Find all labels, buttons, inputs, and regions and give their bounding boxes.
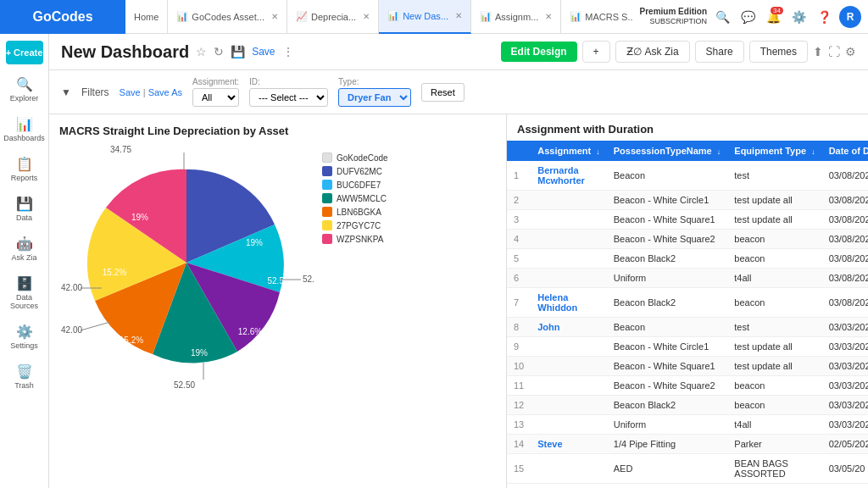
layout: + Create 🔍 Explorer 📊 Dashboards 📋 Repor… [0,34,868,488]
gocodes-tab-label: GoCodes Asset... [192,12,264,22]
legend-item-3: AWW5MCLC [322,193,388,203]
row-date-3: 03/08/202 [822,230,868,249]
row-date-13: 02/05/202 [822,435,868,454]
col-assignment-sort[interactable]: ↓ [596,147,600,156]
nav-right: Premium Edition SUBSCRIPTION 🔍 💬 🔔 34 ⚙️… [633,6,868,28]
table-wrapper[interactable]: Assignment ↓ PossessionTypeName ↓ Equipm… [507,141,868,488]
refresh-icon[interactable]: ↻ [214,45,224,58]
search-icon-btn[interactable]: 🔍 [712,7,732,27]
themes-button[interactable]: Themes [749,41,808,63]
svg-text:19%: 19% [246,238,263,247]
table-row[interactable]: 9Beacon - White Circle1test update all03… [507,337,868,357]
tab3-close[interactable]: ✕ [455,11,462,20]
tab-macrs[interactable]: 📊 MACRS S... ✕ [561,0,632,34]
table-row[interactable]: 11Beacon - White Square2beacon03/03/202 [507,376,868,396]
tab-assign[interactable]: 📊 Assignm... ✕ [471,0,561,34]
gear-icon[interactable]: ⚙ [845,45,856,58]
save-button-text[interactable]: Save [252,46,275,58]
table-row[interactable]: 13Uniformt4all03/03/202 [507,415,868,435]
plus-button[interactable]: + [582,41,610,63]
row-assignment-14 [531,454,607,484]
table-row[interactable]: 10Beacon - White Square1test update all0… [507,357,868,376]
row-equipment-6: beacon [727,288,821,318]
col-equipment-sort[interactable]: ↓ [811,147,815,156]
edit-design-button[interactable]: Edit Design [501,42,577,62]
chat-icon-btn[interactable]: 💬 [737,7,758,27]
sidebar-item-trash[interactable]: 🗑️ Trash [3,358,47,395]
table-row[interactable]: 12Beacon Black2beacon03/03/202 [507,396,868,415]
table-row[interactable]: 15AEDBEAN BAGS ASSORTED03/05/20 [507,454,868,484]
col-date[interactable]: Date of D [822,141,868,161]
more-options-icon[interactable]: ⋮ [282,45,294,58]
row-num-4: 5 [507,249,531,269]
filter-saveas-link[interactable]: Save As [148,87,182,97]
table-row[interactable]: 2Beacon - White Circle1test update all03… [507,191,868,210]
legend-label-6: WZPSNKPA [337,235,383,244]
tab-newdash[interactable]: 📊 New Das... ✕ [379,0,471,34]
tab-deprecia[interactable]: 📈 Deprecia... ✕ [287,0,379,34]
help-icon-btn[interactable]: ❓ [814,7,834,27]
svg-text:12.6%: 12.6% [238,327,262,336]
row-possession-8: Beacon - White Circle1 [607,337,728,357]
notification-icon-btn[interactable]: 🔔 34 [763,7,783,27]
table-row[interactable]: 8JohnBeacontest03/03/202 [507,318,868,337]
table-row[interactable]: 4Beacon - White Square2beacon03/08/202 [507,230,868,249]
row-num-7: 8 [507,318,531,337]
sidebar-item-settings[interactable]: ⚙️ Settings [3,319,47,355]
create-button[interactable]: + Create [6,41,43,64]
row-date-0: 03/08/202 [822,161,868,191]
col-possession-sort[interactable]: ↓ [717,147,721,156]
col-equipment[interactable]: Equipment Type ↓ [727,141,821,161]
tab1-close[interactable]: ✕ [271,12,278,21]
row-possession-11: Beacon Black2 [607,396,728,415]
sidebar-item-datasources[interactable]: 🗄️ Data Sources [3,270,47,315]
table-row[interactable]: 3Beacon - White Square1test update all03… [507,210,868,230]
logo[interactable]: GoCodes [0,0,125,34]
row-equipment-2: test update all [727,210,821,230]
table-row[interactable]: 14Steve1/4 Pipe FittingParker02/05/202 [507,435,868,454]
filter-save-link[interactable]: Save [120,87,141,97]
row-date-9: 03/03/202 [822,357,868,376]
header-actions: Edit Design + Ƶ∅ Ask Zia Share Themes ⬆ … [501,41,856,63]
row-possession-14: AED [607,454,728,484]
table-row[interactable]: 6Uniformt4all03/08/202 [507,269,868,288]
save-icon[interactable]: 💾 [231,45,245,58]
svg-text:34.75: 34.75 [110,145,131,154]
reports-icon: 📋 [16,156,33,172]
share-button[interactable]: Share [695,41,744,63]
top-nav: GoCodes Home 📊 GoCodes Asset... ✕ 📈 Depr… [0,0,868,34]
table-row[interactable]: 5Beacon Black2beacon03/08/202 [507,249,868,269]
sidebar-item-explorer[interactable]: 🔍 Explorer [3,71,47,108]
sidebar-item-data[interactable]: 💾 Data [3,191,47,227]
col-assignment[interactable]: Assignment ↓ [531,141,607,161]
sidebar-item-dashboards[interactable]: 📊 Dashboards [3,111,47,147]
table-row[interactable]: 7Helena WhiddonBeacon Black2beacon03/08/… [507,288,868,318]
sidebar-item-askzia[interactable]: 🤖 Ask Zia [3,230,47,267]
newdash-tab-label: New Das... [403,11,448,21]
assignment-filter-select[interactable]: All [192,88,239,107]
data-table: Assignment ↓ PossessionTypeName ↓ Equipm… [507,141,868,484]
settings-icon-btn[interactable]: ⚙️ [788,7,809,27]
tab4-close[interactable]: ✕ [545,12,552,21]
reset-button[interactable]: Reset [421,83,465,102]
home-tab-label: Home [134,12,159,22]
tab-home[interactable]: Home [125,0,168,34]
type-filter-select[interactable]: Dryer Fan [338,88,411,107]
filters-label: Filters [81,86,109,98]
tab-gocodes[interactable]: 📊 GoCodes Asset... ✕ [168,0,287,34]
col-possession[interactable]: PossessionTypeName ↓ [607,141,728,161]
filters-chevron[interactable]: ▼ [61,86,71,98]
legend-item-0: GoKodeCode [322,152,388,163]
avatar[interactable]: R [839,6,861,28]
star-icon[interactable]: ☆ [196,45,207,58]
table-row[interactable]: 1Bernarda McwhorterBeacontest03/08/202 [507,161,868,191]
fullscreen-icon[interactable]: ⛶ [828,45,840,58]
tab2-close[interactable]: ✕ [363,12,370,21]
upload-icon[interactable]: ⬆ [813,45,823,58]
sidebar-item-reports[interactable]: 📋 Reports [3,151,47,187]
chart-legend: GoKodeCode DUFV62MC BUC6DFE7 AWW5MC [322,152,388,390]
legend-label-4: LBN6BGKA [337,208,381,217]
ask-zia-button[interactable]: Ƶ∅ Ask Zia [615,41,690,63]
id-filter-select[interactable]: --- Select --- [249,88,328,107]
row-equipment-5: t4all [727,269,821,288]
